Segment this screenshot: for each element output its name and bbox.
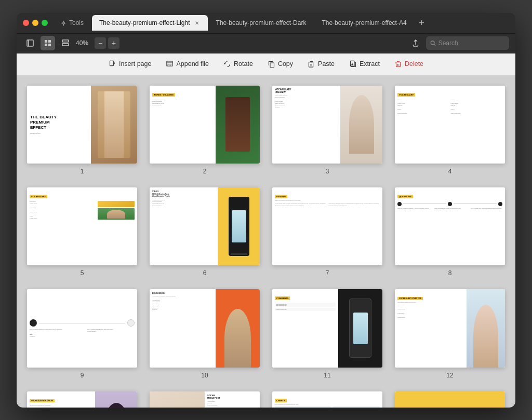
page-number-11: 11 bbox=[324, 372, 330, 379]
close-button[interactable] bbox=[23, 20, 29, 26]
page-item[interactable]: QUESTIONS What do you think between a pe… bbox=[395, 187, 505, 277]
svg-point-9 bbox=[431, 41, 434, 45]
page-number-12: 12 bbox=[446, 372, 453, 379]
page-item[interactable]: VOCABULARY practiceLorem ipsumdolor site… bbox=[395, 86, 505, 175]
grid-view-btn[interactable] bbox=[41, 36, 55, 50]
rotate-btn[interactable]: Rotate bbox=[217, 58, 259, 71]
share-button[interactable] bbox=[408, 36, 423, 50]
page-number-4: 4 bbox=[448, 168, 452, 175]
zoom-control: 40% − + bbox=[76, 37, 119, 49]
page-number-8: 8 bbox=[448, 269, 452, 277]
svg-rect-0 bbox=[63, 22, 64, 23]
page-item[interactable]: VOCABULARY IN DEPTH We have four example… bbox=[27, 391, 137, 408]
page-number-6: 6 bbox=[203, 269, 207, 277]
page-item[interactable]: VOCABULARY handsomeLorem ipsumcolleagues… bbox=[27, 187, 137, 277]
toolbar: 40% − + bbox=[17, 34, 515, 53]
page-thumb-4[interactable]: VOCABULARY practiceLorem ipsumdolor site… bbox=[395, 86, 505, 164]
page-number-2: 2 bbox=[203, 168, 207, 175]
page-number-7: 7 bbox=[326, 269, 329, 277]
page-thumb-12[interactable]: VOCABULARY PRACTICE Help to provide answ… bbox=[395, 289, 505, 367]
page-thumb-1[interactable]: THE BEAUTYPREMIUMEFFECT some text here bbox=[27, 86, 137, 164]
page-number-5: 5 bbox=[81, 269, 84, 277]
tab-light-label: The-beauty-premium-effect-Light bbox=[99, 19, 190, 26]
page-number-9: 9 bbox=[81, 372, 84, 379]
copy-btn[interactable]: Copy bbox=[261, 58, 299, 71]
page-item[interactable]: DISCUSSION According to the video, attra… bbox=[150, 289, 260, 378]
svg-text:PDF: PDF bbox=[168, 63, 172, 66]
page-item[interactable]: VOCABULARYPREVIEW Lorem ipsum dolor sita… bbox=[272, 86, 382, 175]
extract-btn[interactable]: Extract bbox=[343, 58, 386, 71]
search-input[interactable] bbox=[438, 39, 505, 47]
svg-rect-18 bbox=[309, 62, 313, 66]
tab-a4[interactable]: The-beauty-premium-effect-A4 bbox=[314, 15, 414, 31]
page-thumb-6[interactable]: VIDEO 10 Mind-Blowing FactsAbout Attract… bbox=[150, 187, 260, 265]
titlebar: Tools The-beauty-premium-effect-Light ✕ … bbox=[17, 13, 515, 34]
page-thumb-9[interactable]: Can All Things Images in Social Media Af… bbox=[27, 289, 137, 367]
tab-light-close[interactable]: ✕ bbox=[193, 19, 201, 26]
delete-btn[interactable]: Delete bbox=[388, 58, 430, 71]
tab-light[interactable]: The-beauty-premium-effect-Light ✕ bbox=[92, 15, 208, 31]
page-item[interactable]: COMMENTS User comment line one User comm… bbox=[272, 289, 382, 378]
page-thumb-11[interactable]: COMMENTS User comment line one User comm… bbox=[272, 289, 382, 367]
zoom-value: 40% bbox=[76, 39, 92, 47]
tab-a4-label: The-beauty-premium-effect-A4 bbox=[322, 19, 406, 26]
svg-line-10 bbox=[434, 44, 435, 46]
actionbar: Insert page PDF Append file Rotate Copy bbox=[17, 53, 515, 75]
page-thumb-3[interactable]: VOCABULARYPREVIEW Lorem ipsum dolor sita… bbox=[272, 86, 382, 164]
svg-rect-8 bbox=[62, 44, 69, 46]
page-item[interactable]: CHARTS Topics and discuss the data prese… bbox=[272, 391, 382, 408]
page-item[interactable]: SOCIALMEDIA POST Lorem ipsumdolor sitame… bbox=[150, 391, 260, 408]
page-number-3: 3 bbox=[326, 168, 329, 175]
page-item[interactable]: AGREE / DISAGREE Lorem ipsum dolor sitam… bbox=[150, 86, 260, 175]
pages-grid: THE BEAUTYPREMIUMEFFECT some text here 1 bbox=[27, 86, 505, 408]
page-item[interactable]: VOCABULARY PRACTICE Help to provide answ… bbox=[395, 289, 505, 378]
tab-list: The-beauty-premium-effect-Light ✕ The-be… bbox=[92, 15, 509, 31]
svg-rect-17 bbox=[270, 63, 274, 67]
page-thumb-2[interactable]: AGREE / DISAGREE Lorem ipsum dolor sitam… bbox=[150, 86, 260, 164]
page-thumb-5[interactable]: VOCABULARY handsomeLorem ipsumcolleagues… bbox=[27, 187, 137, 265]
zoom-plus-btn[interactable]: + bbox=[108, 37, 119, 49]
page-item[interactable]: THE BEAUTYPREMIUMEFFECT some text here 1 bbox=[27, 86, 137, 175]
search-box[interactable] bbox=[426, 36, 509, 50]
tab-dark-label: The-beauty-premium-effect-Dark bbox=[216, 19, 307, 26]
svg-rect-1 bbox=[27, 40, 33, 46]
page-item[interactable]: ANY QUESTIONS? 16 bbox=[395, 391, 505, 408]
page-thumb-15[interactable]: CHARTS Topics and discuss the data prese… bbox=[272, 391, 382, 408]
svg-rect-4 bbox=[48, 40, 51, 43]
maximize-button[interactable] bbox=[42, 20, 48, 26]
list-view-btn[interactable] bbox=[58, 36, 73, 50]
minimize-button[interactable] bbox=[32, 20, 38, 26]
svg-rect-11 bbox=[110, 61, 113, 65]
zoom-minus-btn[interactable]: − bbox=[95, 37, 106, 49]
page-thumb-8[interactable]: QUESTIONS What do you think between a pe… bbox=[395, 187, 505, 265]
svg-rect-3 bbox=[45, 40, 47, 43]
page-thumb-14[interactable]: SOCIALMEDIA POST Lorem ipsumdolor sitame… bbox=[150, 391, 260, 408]
append-file-btn[interactable]: PDF Append file bbox=[159, 58, 215, 71]
add-tab-button[interactable]: + bbox=[415, 16, 429, 30]
svg-rect-5 bbox=[45, 44, 47, 46]
page-number-1: 1 bbox=[81, 168, 84, 175]
page-thumb-10[interactable]: DISCUSSION According to the video, attra… bbox=[150, 289, 260, 367]
tab-dark[interactable]: The-beauty-premium-effect-Dark bbox=[209, 15, 314, 31]
page-item[interactable]: VIDEO 10 Mind-Blowing FactsAbout Attract… bbox=[150, 187, 260, 277]
insert-page-btn[interactable]: Insert page bbox=[102, 58, 158, 71]
page-thumb-16[interactable]: ANY QUESTIONS? bbox=[395, 391, 505, 408]
svg-rect-7 bbox=[62, 40, 69, 42]
pages-container[interactable]: THE BEAUTYPREMIUMEFFECT some text here 1 bbox=[17, 75, 515, 408]
page-item[interactable]: READING Read and answer the questions on… bbox=[272, 187, 382, 277]
page-item[interactable]: Can All Things Images in Social Media Af… bbox=[27, 289, 137, 378]
app-window: Tools The-beauty-premium-effect-Light ✕ … bbox=[17, 13, 515, 408]
traffic-lights bbox=[23, 20, 48, 26]
tools-button[interactable]: Tools bbox=[56, 18, 88, 28]
page-thumb-7[interactable]: READING Read and answer the questions on… bbox=[272, 187, 382, 265]
svg-rect-6 bbox=[48, 44, 51, 46]
tools-label: Tools bbox=[69, 19, 84, 26]
page-thumb-13[interactable]: VOCABULARY IN DEPTH We have four example… bbox=[27, 391, 137, 408]
paste-btn[interactable]: Paste bbox=[301, 58, 341, 71]
page-number-10: 10 bbox=[201, 372, 208, 379]
sidebar-toggle[interactable] bbox=[23, 36, 37, 50]
